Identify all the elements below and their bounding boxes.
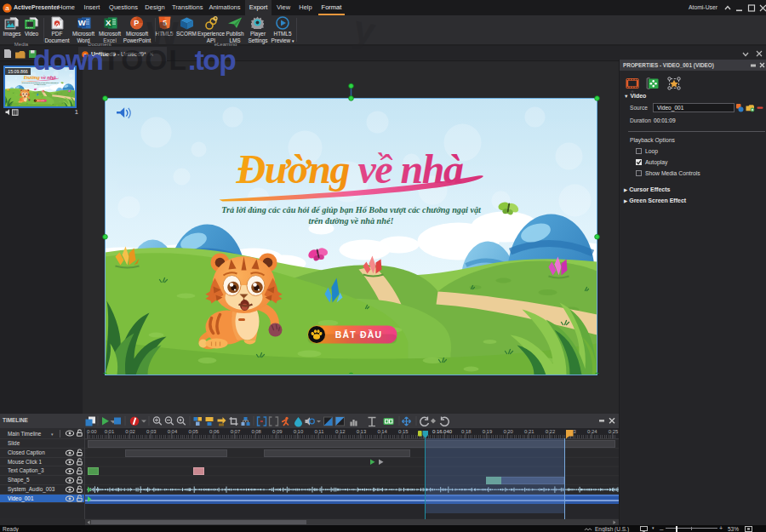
svg-text:W: W <box>78 18 86 27</box>
svg-text:a: a <box>5 4 9 12</box>
svg-text:X: X <box>106 18 111 27</box>
svg-text:P: P <box>134 19 139 27</box>
